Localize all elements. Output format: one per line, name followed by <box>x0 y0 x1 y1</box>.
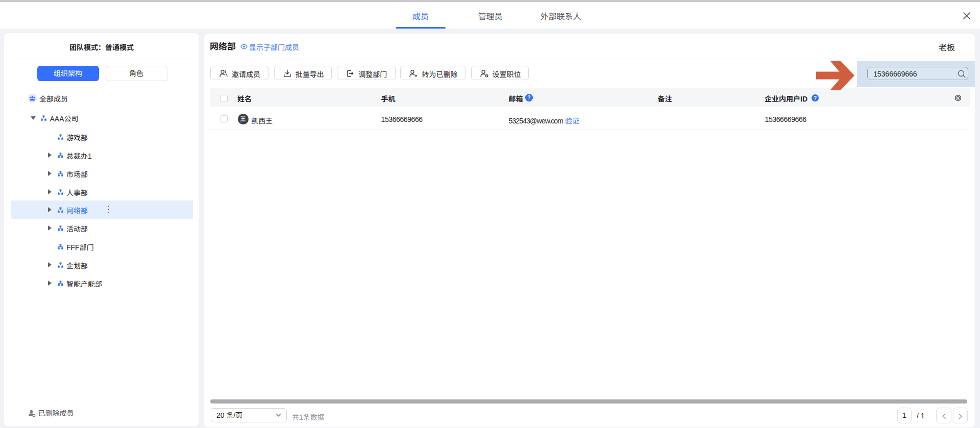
svg-text:?: ? <box>814 95 817 100</box>
svg-text:?: ? <box>527 94 531 100</box>
